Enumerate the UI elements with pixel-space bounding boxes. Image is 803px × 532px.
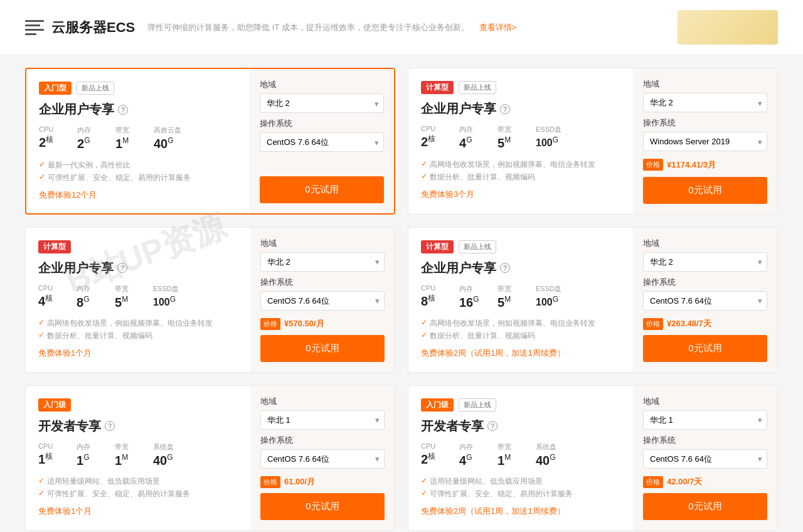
spec-item: 带宽 5M xyxy=(497,284,526,310)
help-icon[interactable]: ? xyxy=(500,104,510,114)
spec-value: 1M xyxy=(497,453,526,468)
trial-button[interactable]: 0元试用 xyxy=(260,335,385,362)
os-select-wrapper[interactable]: CentOS 7.6 64位Windows Server 2019Ubuntu … xyxy=(260,132,384,152)
free-trial[interactable]: 免费体验2周（试用1周，加送1周续费） xyxy=(421,348,620,359)
spec-value: 2核 xyxy=(421,451,449,467)
check-icon: ✓ xyxy=(38,331,45,339)
region-label: 地域 xyxy=(643,396,767,407)
free-trial[interactable]: 免费体验2周（试用1周，加送1周续费） xyxy=(421,506,620,517)
card-right-card4: 地域 华北 2华北 1 ▾ 操作系统 CentOS 7.6 64位Windows… xyxy=(633,228,777,372)
trial-button[interactable]: 0元试用 xyxy=(643,335,767,362)
feature-item: ✓ 可弹性扩展、安全、稳定、易用的计算服务 xyxy=(421,489,620,499)
help-icon[interactable]: ? xyxy=(500,263,510,273)
spec-item: CPU 2核 xyxy=(421,442,449,468)
spec-label: CPU xyxy=(421,284,449,292)
feature-item: ✓ 数据分析、批量计算、视频编码 xyxy=(421,172,620,183)
os-section: 操作系统 CentOS 7.6 64位Windows Server 2019Ub… xyxy=(260,118,384,152)
region-section: 地域 华北 2华北 1华东 1 ▾ xyxy=(643,78,767,112)
price-tag: 价格 xyxy=(643,159,663,171)
badge-row: 入门级 xyxy=(38,398,238,412)
region-select[interactable]: 华北 2华北 1华东 1华东 2 xyxy=(260,93,384,113)
card-title: 企业用户专享 ? xyxy=(421,260,620,277)
type-badge: 入门级 xyxy=(421,398,454,412)
os-select[interactable]: CentOS 7.6 64位Windows Server 2019 xyxy=(643,291,767,311)
spec-label: 内存 xyxy=(459,284,487,294)
card-card3: 计算型 企业用户专享 ? CPU 4核 内存 8G 带宽 5M ESSD盘 10… xyxy=(25,227,395,373)
spec-value: 1核 xyxy=(38,451,66,467)
spec-label: ESSD盘 xyxy=(153,284,181,294)
free-trial[interactable]: 免费体验1个月 xyxy=(38,506,238,517)
help-icon[interactable]: ? xyxy=(105,421,115,431)
price-tag: 价格 xyxy=(643,476,663,488)
help-icon[interactable]: ? xyxy=(117,263,127,273)
help-icon[interactable]: ? xyxy=(487,421,497,431)
spec-label: 带宽 xyxy=(115,284,143,294)
help-icon[interactable]: ? xyxy=(118,105,128,115)
specs-row: CPU 2核 内存 4G 带宽 1M 系统盘 40G xyxy=(421,442,620,468)
spec-item: 内存 8G xyxy=(77,284,105,310)
spec-label: 内存 xyxy=(77,125,105,135)
region-select[interactable]: 华北 2华北 1华东 1 xyxy=(643,93,767,112)
badge-row: 计算型 xyxy=(38,240,238,253)
server-icon xyxy=(25,20,44,35)
os-select[interactable]: CentOS 7.6 64位Windows Server 2019 xyxy=(260,291,385,311)
spec-label: CPU xyxy=(38,284,66,292)
card-card5: 入门级 开发者专享 ? CPU 1核 内存 1G 带宽 1M 系统盘 40G xyxy=(25,385,395,531)
os-select-wrapper[interactable]: CentOS 7.6 64位Windows Server 2019 ▾ xyxy=(260,291,385,311)
trial-button[interactable]: 0元试用 xyxy=(643,493,767,520)
os-select[interactable]: CentOS 7.6 64位Windows Server 2019 xyxy=(643,449,767,469)
region-select-wrapper[interactable]: 华北 1华北 2 ▾ xyxy=(643,410,767,430)
free-trial[interactable]: 免费体验12个月 xyxy=(39,189,237,201)
card-title: 企业用户专享 ? xyxy=(38,260,238,277)
region-select[interactable]: 华北 1华北 2 xyxy=(643,410,767,430)
new-badge: 新品上线 xyxy=(459,398,496,412)
os-select-wrapper[interactable]: Windows Server 2019CentOS 7.6 64位 ▾ xyxy=(643,132,767,151)
specs-row: CPU 8核 内存 16G 带宽 5M ESSD盘 100G xyxy=(421,284,620,310)
region-label: 地域 xyxy=(260,79,384,90)
os-select[interactable]: CentOS 7.6 64位Windows Server 2019 xyxy=(260,449,385,469)
region-select[interactable]: 华北 2华北 1 xyxy=(260,252,385,272)
os-section: 操作系统 CentOS 7.6 64位Windows Server 2019 ▾ xyxy=(260,277,385,311)
spec-value: 5M xyxy=(115,295,143,310)
feature-item: ✓ 可弹性扩展、安全、稳定、易用的计算服务 xyxy=(38,489,238,499)
os-select-wrapper[interactable]: CentOS 7.6 64位Windows Server 2019 ▾ xyxy=(260,449,385,469)
spec-label: 带宽 xyxy=(497,442,526,452)
os-select[interactable]: Windows Server 2019CentOS 7.6 64位 xyxy=(643,132,767,151)
region-select-wrapper[interactable]: 华北 2华北 1 ▾ xyxy=(643,252,767,272)
spec-label: CPU xyxy=(421,442,449,450)
region-select-wrapper[interactable]: 华北 2华北 1华东 1 ▾ xyxy=(643,93,767,112)
badge-row: 计算型 新品上线 xyxy=(421,240,620,253)
spec-item: 带宽 1M xyxy=(115,442,143,468)
spec-item: 带宽 1M xyxy=(497,442,526,468)
trial-button[interactable]: 0元试用 xyxy=(260,493,385,520)
price-row: 价格 ¥263.48/7天 xyxy=(643,318,767,330)
card-title: 企业用户专享 ? xyxy=(39,101,237,118)
spec-item: ESSD盘 100G xyxy=(536,284,564,310)
badge-row: 入门型 新品上线 xyxy=(39,82,237,95)
region-select[interactable]: 华北 1华北 2 xyxy=(260,410,385,430)
feature-item: ✓ 适用轻量级网站、低负载应用场景 xyxy=(38,476,238,487)
region-select-wrapper[interactable]: 华北 2华北 1华东 1华东 2 ▾ xyxy=(260,93,384,113)
os-select-wrapper[interactable]: CentOS 7.6 64位Windows Server 2019 ▾ xyxy=(643,449,767,469)
spec-item: 内存 1G xyxy=(77,442,105,468)
free-trial[interactable]: 免费体验3个月 xyxy=(421,189,620,200)
card-right-card1: 地域 华北 2华北 1华东 1华东 2 ▾ 操作系统 CentOS 7.6 64… xyxy=(250,69,394,213)
trial-button[interactable]: 0元试用 xyxy=(643,177,767,204)
spec-item: 带宽 5M xyxy=(497,125,526,151)
price-value: ¥263.48/7天 xyxy=(667,318,711,329)
free-trial[interactable]: 免费体验1个月 xyxy=(38,348,238,359)
spec-value: 5M xyxy=(497,295,526,310)
spec-label: 带宽 xyxy=(115,125,144,135)
spec-label: ESSD盘 xyxy=(536,284,564,294)
region-select-wrapper[interactable]: 华北 1华北 2 ▾ xyxy=(260,410,385,430)
region-select-wrapper[interactable]: 华北 2华北 1 ▾ xyxy=(260,252,385,272)
spec-label: CPU xyxy=(421,125,449,132)
trial-button[interactable]: 0元试用 xyxy=(260,176,384,203)
header-detail-link[interactable]: 查看详情> xyxy=(479,22,517,33)
os-select-wrapper[interactable]: CentOS 7.6 64位Windows Server 2019 ▾ xyxy=(643,291,767,311)
os-select[interactable]: CentOS 7.6 64位Windows Server 2019Ubuntu … xyxy=(260,132,384,152)
region-section: 地域 华北 1华北 2 ▾ xyxy=(643,396,767,430)
spec-label: 带宽 xyxy=(115,442,143,452)
spec-item: 内存 4G xyxy=(459,125,487,151)
region-select[interactable]: 华北 2华北 1 xyxy=(643,252,767,272)
